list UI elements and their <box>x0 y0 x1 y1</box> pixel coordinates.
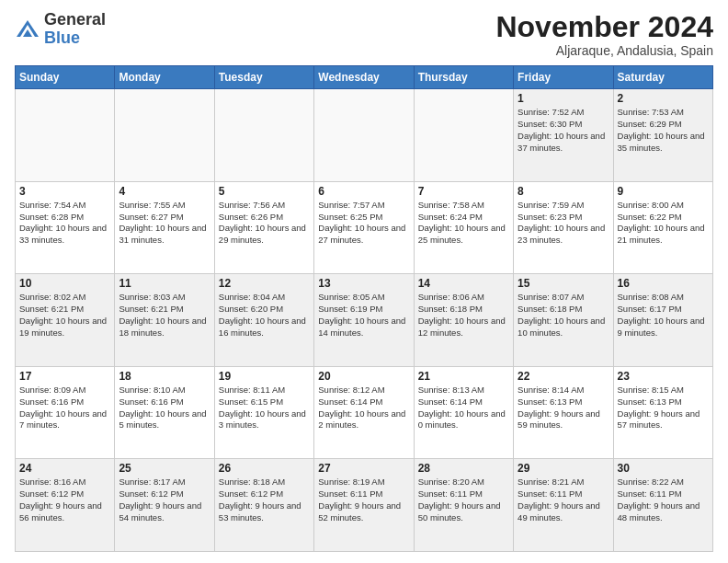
calendar-week-row: 17Sunrise: 8:09 AMSunset: 6:16 PMDayligh… <box>16 366 713 459</box>
day-number: 15 <box>518 277 609 290</box>
calendar-cell: 29Sunrise: 8:21 AMSunset: 6:11 PMDayligh… <box>514 459 613 552</box>
weekday-header: Wednesday <box>314 66 414 89</box>
day-info: Sunrise: 7:52 AMSunset: 6:30 PMDaylight:… <box>518 107 609 154</box>
day-info: Sunrise: 8:03 AMSunset: 6:21 PMDaylight:… <box>119 292 210 339</box>
calendar-week-row: 10Sunrise: 8:02 AMSunset: 6:21 PMDayligh… <box>16 274 713 367</box>
month-title: November 2024 <box>495 11 713 43</box>
day-info: Sunrise: 7:59 AMSunset: 6:23 PMDaylight:… <box>518 200 609 247</box>
day-number: 8 <box>518 185 609 198</box>
calendar-cell <box>16 89 115 182</box>
weekday-header: Friday <box>514 66 613 89</box>
title-block: November 2024 Aljaraque, Andalusia, Spai… <box>495 11 713 58</box>
calendar-cell: 27Sunrise: 8:19 AMSunset: 6:11 PMDayligh… <box>314 459 414 552</box>
day-number: 19 <box>219 370 310 383</box>
day-info: Sunrise: 8:10 AMSunset: 6:16 PMDaylight:… <box>119 385 210 431</box>
calendar-cell <box>214 89 313 182</box>
calendar-table: SundayMondayTuesdayWednesdayThursdayFrid… <box>15 65 713 552</box>
calendar-cell: 6Sunrise: 7:57 AMSunset: 6:25 PMDaylight… <box>314 181 414 274</box>
day-info: Sunrise: 8:05 AMSunset: 6:19 PMDaylight:… <box>318 292 409 339</box>
day-info: Sunrise: 8:19 AMSunset: 6:11 PMDaylight:… <box>318 477 409 523</box>
calendar-cell: 18Sunrise: 8:10 AMSunset: 6:16 PMDayligh… <box>115 366 214 459</box>
day-info: Sunrise: 8:17 AMSunset: 6:12 PMDaylight:… <box>119 477 210 523</box>
day-number: 7 <box>418 185 509 198</box>
day-number: 22 <box>518 370 609 383</box>
weekday-header: Monday <box>115 66 214 89</box>
day-number: 25 <box>119 462 210 475</box>
logo-text: General Blue <box>44 11 106 48</box>
day-info: Sunrise: 8:06 AMSunset: 6:18 PMDaylight:… <box>418 292 509 339</box>
day-number: 29 <box>518 462 609 475</box>
day-info: Sunrise: 8:09 AMSunset: 6:16 PMDaylight:… <box>19 385 110 431</box>
day-info: Sunrise: 7:55 AMSunset: 6:27 PMDaylight:… <box>119 200 210 247</box>
calendar-cell: 13Sunrise: 8:05 AMSunset: 6:19 PMDayligh… <box>314 274 414 367</box>
logo: General Blue <box>15 11 106 48</box>
day-info: Sunrise: 8:00 AMSunset: 6:22 PMDaylight:… <box>618 200 709 247</box>
day-number: 9 <box>618 185 709 198</box>
calendar-cell: 24Sunrise: 8:16 AMSunset: 6:12 PMDayligh… <box>16 459 115 552</box>
calendar-week-row: 24Sunrise: 8:16 AMSunset: 6:12 PMDayligh… <box>16 459 713 552</box>
day-number: 3 <box>19 185 110 198</box>
calendar-cell: 10Sunrise: 8:02 AMSunset: 6:21 PMDayligh… <box>16 274 115 367</box>
day-number: 26 <box>219 462 310 475</box>
day-number: 17 <box>19 370 110 383</box>
calendar-cell: 2Sunrise: 7:53 AMSunset: 6:29 PMDaylight… <box>613 89 712 182</box>
calendar-cell <box>115 89 214 182</box>
day-info: Sunrise: 8:07 AMSunset: 6:18 PMDaylight:… <box>518 292 609 339</box>
day-number: 18 <box>119 370 210 383</box>
day-info: Sunrise: 7:58 AMSunset: 6:24 PMDaylight:… <box>418 200 509 247</box>
day-info: Sunrise: 7:53 AMSunset: 6:29 PMDaylight:… <box>618 107 709 154</box>
weekday-header: Sunday <box>16 66 115 89</box>
calendar-cell: 9Sunrise: 8:00 AMSunset: 6:22 PMDaylight… <box>613 181 712 274</box>
day-number: 4 <box>119 185 210 198</box>
day-number: 13 <box>318 277 409 290</box>
calendar-cell: 1Sunrise: 7:52 AMSunset: 6:30 PMDaylight… <box>514 89 613 182</box>
day-number: 20 <box>318 370 409 383</box>
day-info: Sunrise: 8:16 AMSunset: 6:12 PMDaylight:… <box>19 477 110 523</box>
calendar-cell: 23Sunrise: 8:15 AMSunset: 6:13 PMDayligh… <box>613 366 712 459</box>
calendar-cell: 14Sunrise: 8:06 AMSunset: 6:18 PMDayligh… <box>414 274 513 367</box>
weekday-header: Saturday <box>613 66 712 89</box>
logo-blue: Blue <box>44 29 106 48</box>
day-info: Sunrise: 8:15 AMSunset: 6:13 PMDaylight:… <box>618 385 709 431</box>
calendar-cell: 15Sunrise: 8:07 AMSunset: 6:18 PMDayligh… <box>514 274 613 367</box>
weekday-header: Tuesday <box>214 66 313 89</box>
day-number: 11 <box>119 277 210 290</box>
day-info: Sunrise: 8:18 AMSunset: 6:12 PMDaylight:… <box>219 477 310 523</box>
calendar-week-row: 1Sunrise: 7:52 AMSunset: 6:30 PMDaylight… <box>16 89 713 182</box>
calendar: SundayMondayTuesdayWednesdayThursdayFrid… <box>15 65 713 552</box>
day-number: 28 <box>418 462 509 475</box>
day-info: Sunrise: 8:08 AMSunset: 6:17 PMDaylight:… <box>618 292 709 339</box>
calendar-cell: 3Sunrise: 7:54 AMSunset: 6:28 PMDaylight… <box>16 181 115 274</box>
calendar-cell: 19Sunrise: 8:11 AMSunset: 6:15 PMDayligh… <box>214 366 313 459</box>
day-number: 21 <box>418 370 509 383</box>
day-number: 1 <box>518 92 609 105</box>
logo-general: General <box>44 11 106 29</box>
day-info: Sunrise: 8:02 AMSunset: 6:21 PMDaylight:… <box>19 292 110 339</box>
day-number: 27 <box>318 462 409 475</box>
header: General Blue November 2024 Aljaraque, An… <box>15 11 713 58</box>
day-info: Sunrise: 8:12 AMSunset: 6:14 PMDaylight:… <box>318 385 409 431</box>
calendar-cell: 4Sunrise: 7:55 AMSunset: 6:27 PMDaylight… <box>115 181 214 274</box>
calendar-cell: 12Sunrise: 8:04 AMSunset: 6:20 PMDayligh… <box>214 274 313 367</box>
weekday-header: Thursday <box>414 66 513 89</box>
day-number: 14 <box>418 277 509 290</box>
calendar-cell: 20Sunrise: 8:12 AMSunset: 6:14 PMDayligh… <box>314 366 414 459</box>
day-info: Sunrise: 7:54 AMSunset: 6:28 PMDaylight:… <box>19 200 110 247</box>
day-info: Sunrise: 8:13 AMSunset: 6:14 PMDaylight:… <box>418 385 509 431</box>
day-number: 2 <box>618 92 709 105</box>
calendar-cell: 5Sunrise: 7:56 AMSunset: 6:26 PMDaylight… <box>214 181 313 274</box>
calendar-cell: 30Sunrise: 8:22 AMSunset: 6:11 PMDayligh… <box>613 459 712 552</box>
calendar-cell: 22Sunrise: 8:14 AMSunset: 6:13 PMDayligh… <box>514 366 613 459</box>
day-number: 30 <box>618 462 709 475</box>
day-info: Sunrise: 8:04 AMSunset: 6:20 PMDaylight:… <box>219 292 310 339</box>
calendar-cell: 7Sunrise: 7:58 AMSunset: 6:24 PMDaylight… <box>414 181 513 274</box>
calendar-cell: 16Sunrise: 8:08 AMSunset: 6:17 PMDayligh… <box>613 274 712 367</box>
day-info: Sunrise: 8:21 AMSunset: 6:11 PMDaylight:… <box>518 477 609 523</box>
calendar-cell: 28Sunrise: 8:20 AMSunset: 6:11 PMDayligh… <box>414 459 513 552</box>
calendar-cell: 17Sunrise: 8:09 AMSunset: 6:16 PMDayligh… <box>16 366 115 459</box>
calendar-cell: 26Sunrise: 8:18 AMSunset: 6:12 PMDayligh… <box>214 459 313 552</box>
calendar-week-row: 3Sunrise: 7:54 AMSunset: 6:28 PMDaylight… <box>16 181 713 274</box>
calendar-cell: 25Sunrise: 8:17 AMSunset: 6:12 PMDayligh… <box>115 459 214 552</box>
calendar-cell <box>314 89 414 182</box>
day-info: Sunrise: 8:11 AMSunset: 6:15 PMDaylight:… <box>219 385 310 431</box>
